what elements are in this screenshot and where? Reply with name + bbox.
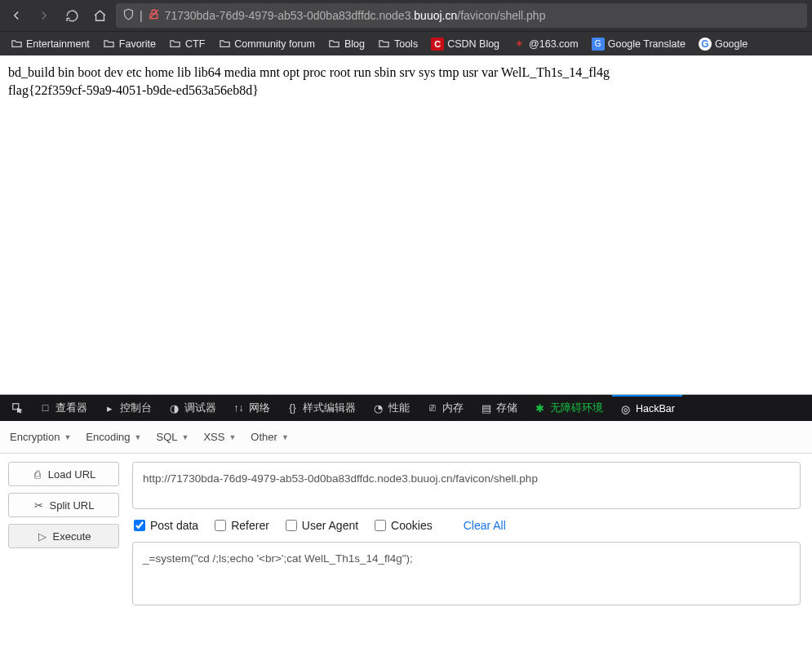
bookmark--163-com[interactable]: ✶@163.com: [508, 36, 583, 52]
execute-icon: ▷: [37, 530, 48, 543]
devtools-tab-查看器[interactable]: □查看器: [32, 395, 95, 421]
hackbar-menu-encryption[interactable]: Encryption▼: [10, 431, 71, 443]
bookmark-label: Google: [715, 38, 748, 50]
bookmark-label: Blog: [344, 38, 365, 50]
devtools-panel: □查看器▸控制台◑调试器↑↓网络{}样式编辑器◔性能⎚内存▤存储✱无障碍环境◎H…: [0, 394, 812, 647]
menu-label: Encryption: [10, 431, 60, 443]
hackbar-menu-encoding[interactable]: Encoding▼: [86, 431, 141, 443]
bookmark-label: @163.com: [529, 38, 579, 50]
bookmark-entertainment[interactable]: Entertainment: [5, 36, 95, 52]
devtools-tab-网络[interactable]: ↑↓网络: [225, 395, 277, 421]
url-bar[interactable]: | 71730bda-76d9-4979-ab53-0d0ba83dffdc.n…: [116, 3, 807, 28]
folder-icon: [103, 38, 116, 51]
postdata-checkbox[interactable]: Post data: [134, 519, 198, 532]
hackbar-menu-other[interactable]: Other▼: [251, 431, 288, 443]
translate-icon: G: [592, 38, 605, 51]
load-url-label: Load URL: [48, 468, 96, 481]
tab-icon: ▸: [104, 402, 116, 414]
devtools-tab-控制台[interactable]: ▸控制台: [96, 395, 159, 421]
tab-icon: ◑: [168, 402, 180, 414]
bookmark-label: CTF: [185, 38, 205, 50]
bookmark-google[interactable]: GGoogle: [694, 36, 752, 52]
forward-button[interactable]: [33, 4, 55, 27]
hackbar-body: ⎙ Load URL ✂ Split URL ▷ Execute Post da…: [0, 454, 812, 647]
bookmark-community-forum[interactable]: Community forum: [213, 36, 320, 52]
folder-icon: [328, 38, 341, 51]
folder-icon: [378, 38, 391, 51]
devtools-picker[interactable]: [3, 395, 30, 421]
tab-label: 网络: [249, 401, 270, 415]
devtools-tab-内存[interactable]: ⎚内存: [419, 395, 471, 421]
hackbar-toolbar: Encryption▼Encoding▼SQL▼XSS▼Other▼: [0, 421, 812, 454]
bookmark-label: Tools: [394, 38, 418, 50]
menu-label: SQL: [156, 431, 177, 443]
caret-icon: ▼: [64, 433, 71, 441]
execute-button[interactable]: ▷ Execute: [8, 524, 119, 548]
shield-icon: [122, 8, 135, 23]
tab-icon: ⎚: [426, 402, 438, 414]
page-line-2: flag{22f359cf-59a9-4051-b9de-ed563a56eb8…: [8, 82, 804, 100]
insecure-icon: [148, 8, 160, 23]
menu-label: Encoding: [86, 431, 130, 443]
useragent-checkbox[interactable]: User Agent: [286, 519, 358, 532]
menu-label: Other: [251, 431, 277, 443]
tab-icon: □: [39, 402, 51, 414]
hackbar-menu-sql[interactable]: SQL▼: [156, 431, 189, 443]
hackbar-postdata-input[interactable]: [132, 542, 801, 605]
bookmark-csdn-blog[interactable]: CCSDN Blog: [426, 36, 504, 52]
page-line-1: bd_build bin boot dev etc home lib lib64…: [8, 64, 804, 82]
clear-all-link[interactable]: Clear All: [464, 519, 506, 532]
caret-icon: ▼: [135, 433, 142, 441]
tab-label: 内存: [442, 401, 464, 415]
load-url-button[interactable]: ⎙ Load URL: [8, 462, 119, 486]
split-url-button[interactable]: ✂ Split URL: [8, 493, 119, 517]
browser-toolbar: | 71730bda-76d9-4979-ab53-0d0ba83dffdc.n…: [0, 0, 812, 31]
load-icon: ⎙: [32, 468, 43, 481]
split-icon: ✂: [33, 499, 45, 512]
folder-icon: [169, 38, 182, 51]
hackbar-main: Post data Referer User Agent Cookies Cle…: [127, 454, 812, 647]
devtools-tab-调试器[interactable]: ◑调试器: [161, 395, 224, 421]
devtools-tab-HackBar[interactable]: ◎HackBar: [612, 395, 682, 421]
home-button[interactable]: [88, 4, 111, 27]
devtools-tab-样式编辑器[interactable]: {}样式编辑器: [279, 395, 363, 421]
tab-label: HackBar: [636, 403, 675, 414]
picker-icon: [11, 402, 23, 414]
bookmark-tools[interactable]: Tools: [373, 36, 423, 52]
reload-button[interactable]: [60, 4, 83, 27]
referer-checkbox[interactable]: Referer: [215, 519, 269, 532]
back-button[interactable]: [5, 4, 28, 27]
tab-label: 调试器: [184, 401, 216, 415]
tab-icon: {}: [286, 402, 299, 414]
caret-icon: ▼: [229, 433, 236, 441]
google-icon: G: [699, 38, 712, 51]
bug-icon: ✶: [512, 38, 526, 51]
bookmark-blog[interactable]: Blog: [323, 36, 370, 52]
split-url-label: Split URL: [50, 499, 95, 512]
bookmark-label: CSDN Blog: [447, 38, 499, 50]
tab-label: 性能: [388, 401, 410, 415]
execute-label: Execute: [53, 530, 91, 543]
hackbar-url-input[interactable]: [132, 462, 801, 509]
menu-label: XSS: [203, 431, 224, 443]
bookmark-google-translate[interactable]: GGoogle Translate: [587, 36, 690, 52]
caret-icon: ▼: [182, 433, 189, 441]
devtools-tab-性能[interactable]: ◔性能: [365, 395, 417, 421]
tab-label: 样式编辑器: [303, 401, 356, 415]
cookies-checkbox[interactable]: Cookies: [375, 519, 433, 532]
tab-icon: ▤: [480, 402, 492, 414]
tab-label: 控制台: [120, 401, 152, 415]
page-content: bd_build bin boot dev etc home lib lib64…: [0, 55, 812, 394]
hackbar-sidebar: ⎙ Load URL ✂ Split URL ▷ Execute: [0, 454, 127, 647]
url-text: 71730bda-76d9-4979-ab53-0d0ba83dffdc.nod…: [165, 9, 546, 22]
bookmark-ctf[interactable]: CTF: [164, 36, 210, 52]
devtools-tab-存储[interactable]: ▤存储: [473, 395, 525, 421]
hackbar-menu-xss[interactable]: XSS▼: [203, 431, 236, 443]
bookmark-label: Community forum: [234, 38, 315, 50]
bookmark-favorite[interactable]: Favorite: [98, 36, 161, 52]
tab-icon: ◔: [372, 402, 384, 414]
csdn-icon: C: [431, 38, 444, 51]
tab-label: 无障碍环境: [550, 401, 603, 415]
bookmark-label: Entertainment: [26, 38, 90, 50]
devtools-tab-无障碍环境[interactable]: ✱无障碍环境: [526, 395, 610, 421]
